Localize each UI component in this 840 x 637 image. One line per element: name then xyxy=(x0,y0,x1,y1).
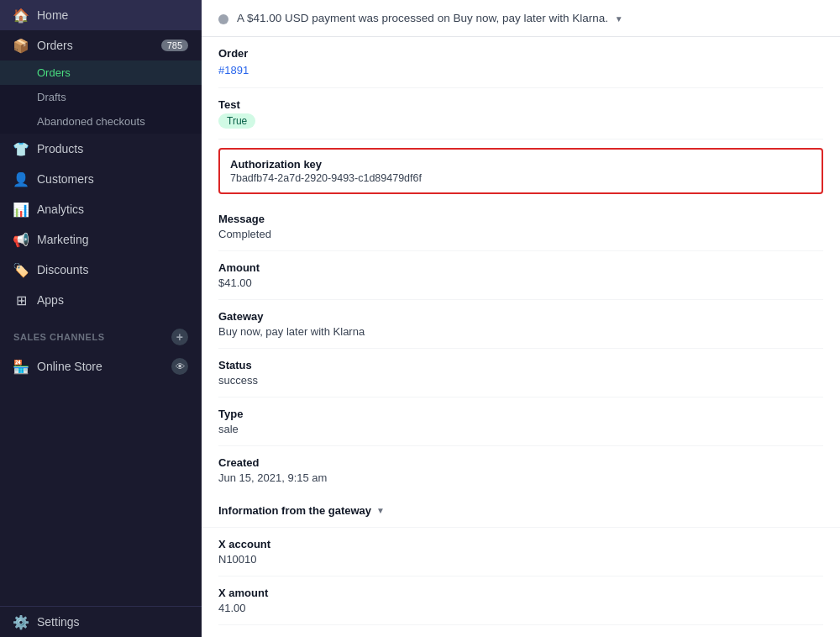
header-dropdown-arrow[interactable]: ▼ xyxy=(615,14,623,24)
sidebar: 🏠 Home 📦 Orders 785 Orders Drafts Abando… xyxy=(0,0,202,637)
sidebar-item-label: Home xyxy=(37,8,68,22)
order-value[interactable]: #1891 xyxy=(218,64,249,76)
type-row: Type sale xyxy=(218,397,823,446)
home-icon: 🏠 xyxy=(13,8,29,23)
marketing-icon: 📢 xyxy=(13,232,29,247)
status-value: success xyxy=(218,374,823,387)
created-value: Jun 15, 2021, 9:15 am xyxy=(218,471,823,484)
x-account-row: X account N10010 xyxy=(218,528,823,576)
x-account-label: X account xyxy=(218,538,823,550)
sidebar-item-discounts[interactable]: 🏷️ Discounts xyxy=(0,255,202,285)
x-amount-value: 41.00 xyxy=(218,602,823,614)
x-amount-row: X amount 41.00 xyxy=(218,576,823,625)
auth-key-value: 7badfb74-2a7d-2920-9493-c1d89479df6f xyxy=(230,172,811,184)
customers-icon: 👤 xyxy=(13,171,29,187)
gateway-label: Gateway xyxy=(218,310,823,323)
x-currency-row: X currency USD xyxy=(218,625,823,637)
sales-channels-section: SALES CHANNELS + xyxy=(0,315,202,350)
type-value: sale xyxy=(218,423,823,435)
detail-grid: Order #1891 Test True Authorization key … xyxy=(202,37,840,494)
sidebar-bottom: ⚙️ Settings xyxy=(0,606,202,637)
orders-badge: 785 xyxy=(161,39,188,51)
sidebar-item-orders-list[interactable]: Orders xyxy=(0,61,202,85)
sidebar-nav: 🏠 Home 📦 Orders 785 Orders Drafts Abando… xyxy=(0,0,202,382)
orders-submenu: Orders Drafts Abandoned checkouts xyxy=(0,61,202,134)
message-row: Message Completed xyxy=(218,203,823,251)
add-sales-channel-button[interactable]: + xyxy=(171,329,188,345)
status-label: Status xyxy=(218,359,823,371)
amount-label: Amount xyxy=(218,261,823,274)
sidebar-item-online-store[interactable]: 🏪 Online Store 👁 xyxy=(0,350,202,382)
sidebar-item-settings[interactable]: ⚙️ Settings xyxy=(0,606,202,637)
sidebar-item-label: Customers xyxy=(37,172,94,186)
payment-panel: A $41.00 USD payment was processed on Bu… xyxy=(202,0,840,637)
x-amount-label: X amount xyxy=(218,587,823,599)
orders-icon: 📦 xyxy=(13,38,29,53)
sidebar-item-label: Online Store xyxy=(37,360,102,373)
test-row: Test True xyxy=(218,88,823,140)
message-value: Completed xyxy=(218,228,823,240)
created-label: Created xyxy=(218,456,823,469)
order-row: Order #1891 xyxy=(218,37,823,88)
main-content: A $41.00 USD payment was processed on Bu… xyxy=(202,0,840,637)
sidebar-item-label: Analytics xyxy=(37,203,84,216)
sidebar-item-label: Products xyxy=(37,142,83,155)
status-row: Status success xyxy=(218,349,823,397)
sidebar-item-label: Settings xyxy=(37,615,80,629)
gateway-value: Buy now, pay later with Klarna xyxy=(218,325,823,338)
sidebar-item-marketing[interactable]: 📢 Marketing xyxy=(0,224,202,255)
created-row: Created Jun 15, 2021, 9:15 am xyxy=(218,446,823,494)
apps-icon: ⊞ xyxy=(13,292,29,308)
settings-icon: ⚙️ xyxy=(13,614,29,629)
sidebar-item-apps[interactable]: ⊞ Apps xyxy=(0,285,202,315)
test-value: True xyxy=(218,113,823,129)
analytics-icon: 📊 xyxy=(13,202,29,217)
amount-row: Amount $41.00 xyxy=(218,251,823,300)
chevron-down-icon: ▼ xyxy=(376,506,385,515)
sidebar-item-products[interactable]: 👕 Products xyxy=(0,134,202,164)
discounts-icon: 🏷️ xyxy=(13,262,29,277)
sidebar-item-home[interactable]: 🏠 Home xyxy=(0,0,202,30)
auth-key-label: Authorization key xyxy=(230,158,811,171)
content-area: A $41.00 USD payment was processed on Bu… xyxy=(202,0,840,637)
products-icon: 👕 xyxy=(13,141,29,156)
sidebar-item-drafts[interactable]: Drafts xyxy=(0,85,202,109)
x-account-value: N10010 xyxy=(218,553,823,566)
sidebar-item-customers[interactable]: 👤 Customers xyxy=(0,164,202,194)
online-store-icon: 🏪 xyxy=(13,359,29,374)
sidebar-item-label: Discounts xyxy=(37,263,88,276)
sidebar-item-label: Apps xyxy=(37,293,64,307)
gateway-row: Gateway Buy now, pay later with Klarna xyxy=(218,300,823,349)
sidebar-item-label: Marketing xyxy=(37,233,88,246)
type-label: Type xyxy=(218,408,823,420)
payment-header: A $41.00 USD payment was processed on Bu… xyxy=(202,0,840,37)
test-label: Test xyxy=(218,98,823,111)
eye-icon[interactable]: 👁 xyxy=(171,358,188,375)
test-badge: True xyxy=(218,113,255,129)
sidebar-item-abandoned[interactable]: Abandoned checkouts xyxy=(0,109,202,134)
info-gateway-label: Information from the gateway xyxy=(218,504,371,517)
timeline-dot xyxy=(218,14,228,24)
gateway-detail-grid: X account N10010 X amount 41.00 X curren… xyxy=(202,528,840,637)
sidebar-item-orders[interactable]: 📦 Orders 785 xyxy=(0,30,202,61)
payment-header-text: A $41.00 USD payment was processed on Bu… xyxy=(237,12,623,24)
sidebar-item-label: Orders xyxy=(37,39,73,52)
order-label: Order xyxy=(218,47,823,60)
auth-key-highlight: Authorization key 7badfb74-2a7d-2920-949… xyxy=(218,148,823,194)
amount-value: $41.00 xyxy=(218,276,823,289)
info-gateway-header[interactable]: Information from the gateway ▼ xyxy=(202,494,840,528)
sidebar-item-analytics[interactable]: 📊 Analytics xyxy=(0,194,202,224)
message-label: Message xyxy=(218,213,823,225)
